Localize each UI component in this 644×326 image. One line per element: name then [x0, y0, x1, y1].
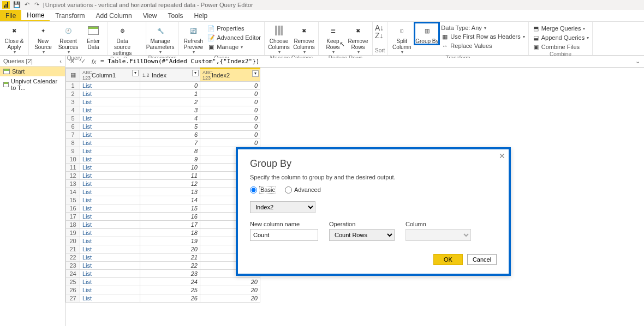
collapse-icon[interactable]: ‹	[59, 58, 62, 64]
data-type-button[interactable]: Data Type: Any	[440, 24, 526, 32]
cell-column1[interactable]: List	[80, 253, 140, 262]
cell-column1[interactable]: List	[80, 245, 140, 253]
radio-advanced[interactable]: Advanced	[285, 186, 321, 194]
cell-index[interactable]: 0	[140, 82, 200, 90]
cell-index[interactable]: 15	[140, 204, 200, 213]
table-row[interactable]: 27List2620	[66, 294, 260, 303]
table-row[interactable]: 22List2120	[66, 253, 260, 262]
row-number[interactable]: 25	[66, 278, 80, 286]
filter-dropdown-icon[interactable]: ▾	[192, 70, 199, 76]
cell-index[interactable]: 20	[140, 245, 200, 253]
close-icon[interactable]: ✕	[499, 152, 505, 160]
new-source-button[interactable]: ✦New Source	[31, 23, 55, 55]
replace-values-button[interactable]: ↔Replace Values	[440, 41, 526, 50]
cell-column1[interactable]: List	[80, 180, 140, 188]
row-number[interactable]: 16	[66, 204, 80, 213]
row-number[interactable]: 27	[66, 294, 80, 303]
cell-index[interactable]: 23	[140, 270, 200, 278]
tab-view[interactable]: View	[138, 10, 163, 21]
cell-column1[interactable]: List	[80, 106, 140, 114]
table-row[interactable]: 21List2020	[66, 245, 260, 253]
choose-columns-button[interactable]: Choose Columns	[267, 23, 291, 55]
filter-dropdown-icon[interactable]: ▾	[252, 70, 259, 77]
cell-index[interactable]: 8	[140, 147, 200, 155]
cell-index2[interactable]: 0	[200, 90, 260, 98]
cell-column1[interactable]: List	[80, 237, 140, 245]
remove-rows-button[interactable]: ✖Remove Rows	[346, 23, 370, 55]
cell-column1[interactable]: List	[80, 278, 140, 286]
table-row[interactable]: 26List2520	[66, 286, 260, 294]
cell-index[interactable]: 17	[140, 221, 200, 229]
group-by-button[interactable]: ▥Group By	[415, 23, 439, 44]
table-row[interactable]: 18List1710	[66, 221, 260, 229]
cell-column1[interactable]: List	[80, 188, 140, 196]
table-row[interactable]: 16List1510	[66, 204, 260, 213]
merge-queries-button[interactable]: ⬒Merge Queries	[531, 24, 591, 33]
row-number[interactable]: 23	[66, 262, 80, 270]
cell-index[interactable]: 1	[140, 90, 200, 98]
formula-cancel-icon[interactable]: ✕	[68, 58, 76, 65]
row-number[interactable]: 2	[66, 90, 80, 98]
groupby-column-select[interactable]: Index2	[250, 201, 315, 213]
row-number[interactable]: 26	[66, 286, 80, 294]
table-row[interactable]: 7List60	[66, 131, 260, 139]
combine-files-button[interactable]: ▣Combine Files	[531, 43, 591, 51]
filter-dropdown-icon[interactable]: ▾	[132, 70, 139, 76]
cell-index[interactable]: 13	[140, 188, 200, 196]
cell-column1[interactable]: List	[80, 221, 140, 229]
cell-column1[interactable]: List	[80, 139, 140, 147]
row-number[interactable]: 13	[66, 180, 80, 188]
new-column-input[interactable]	[250, 229, 318, 241]
operation-select[interactable]: Count Rows	[329, 229, 395, 241]
tab-home[interactable]: Home	[21, 10, 50, 21]
tab-addcolumn[interactable]: Add Column	[91, 10, 138, 21]
cancel-button[interactable]: Cancel	[467, 254, 497, 265]
table-row[interactable]: 11List1010	[66, 164, 260, 172]
cell-index[interactable]: 5	[140, 123, 200, 131]
table-row[interactable]: 24List2320	[66, 270, 260, 278]
cell-column1[interactable]: List	[80, 98, 140, 106]
table-row[interactable]: 5List40	[66, 114, 260, 123]
cell-index[interactable]: 24	[140, 278, 200, 286]
row-number[interactable]: 6	[66, 123, 80, 131]
row-number[interactable]: 10	[66, 155, 80, 164]
cell-index[interactable]: 26	[140, 294, 200, 303]
row-number[interactable]: 3	[66, 98, 80, 106]
cell-index[interactable]: 6	[140, 131, 200, 139]
table-row[interactable]: 2List10	[66, 90, 260, 98]
row-number[interactable]: 15	[66, 196, 80, 204]
cell-column1[interactable]: List	[80, 270, 140, 278]
tab-transform[interactable]: Transform	[50, 10, 90, 21]
row-number[interactable]: 7	[66, 131, 80, 139]
manage-button[interactable]: ▣Manage	[206, 43, 262, 51]
table-row[interactable]: 14List1310	[66, 188, 260, 196]
row-number[interactable]: 4	[66, 106, 80, 114]
table-row[interactable]: 19List1810	[66, 229, 260, 237]
cell-column1[interactable]: List	[80, 123, 140, 131]
cell-column1[interactable]: List	[80, 114, 140, 123]
fx-icon[interactable]: fx	[90, 58, 98, 65]
cell-index2[interactable]: 0	[200, 123, 260, 131]
manage-parameters-button[interactable]: 🔧Manage Parameters	[148, 23, 172, 55]
table-row[interactable]: 25List2420	[66, 278, 260, 286]
row-number[interactable]: 1	[66, 82, 80, 90]
cell-index[interactable]: 4	[140, 114, 200, 123]
cell-column1[interactable]: List	[80, 131, 140, 139]
table-row[interactable]: 9List80	[66, 147, 260, 155]
row-number[interactable]: 21	[66, 245, 80, 253]
enter-data-button[interactable]: Enter Data	[81, 23, 105, 50]
cell-index[interactable]: 21	[140, 253, 200, 262]
cell-index[interactable]: 16	[140, 213, 200, 221]
radio-basic[interactable]: Basic	[250, 186, 276, 194]
row-number[interactable]: 12	[66, 172, 80, 180]
cell-index[interactable]: 9	[140, 155, 200, 164]
split-column-button[interactable]: ⎅Split Column	[390, 23, 414, 55]
data-source-settings-button[interactable]: ⚙Data source settings	[110, 23, 134, 56]
undo-icon[interactable]: ↶	[23, 1, 31, 9]
remove-columns-button[interactable]: ✖Remove Columns	[292, 23, 316, 55]
cell-index2[interactable]: 0	[200, 82, 260, 90]
table-row[interactable]: 15List1410	[66, 196, 260, 204]
formula-accept-icon[interactable]: ✓	[79, 58, 87, 65]
row-number[interactable]: 9	[66, 147, 80, 155]
query-item-unpivot[interactable]: Unpivot Calendar to T...	[0, 76, 65, 93]
